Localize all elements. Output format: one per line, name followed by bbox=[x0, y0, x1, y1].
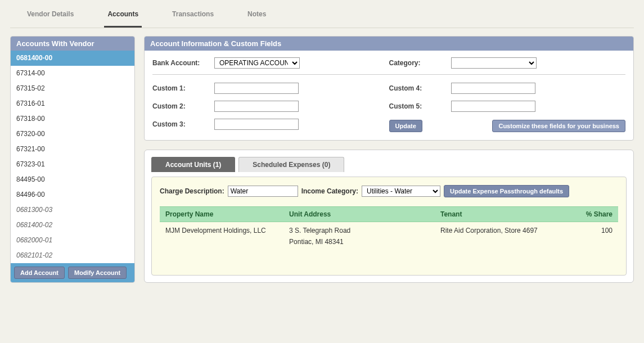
account-item[interactable]: 67323-01 bbox=[11, 157, 134, 172]
income-category-label: Income Category: bbox=[301, 187, 358, 195]
col-share[interactable]: % Share bbox=[563, 207, 618, 222]
add-account-button[interactable]: Add Account bbox=[14, 267, 65, 279]
account-item[interactable]: 67315-02 bbox=[11, 81, 134, 96]
accounts-panel: Accounts With Vendor 0681400-0067314-006… bbox=[10, 36, 135, 283]
account-item[interactable]: 67314-00 bbox=[11, 66, 134, 81]
tab-notes[interactable]: Notes bbox=[244, 10, 269, 28]
custom5-label: Custom 5: bbox=[389, 102, 451, 110]
account-item[interactable]: 0681400-02 bbox=[11, 218, 134, 233]
custom1-label: Custom 1: bbox=[152, 84, 214, 92]
update-passthrough-button[interactable]: Update Expense Passthrough defaults bbox=[444, 185, 569, 197]
custom4-label: Custom 4: bbox=[389, 84, 451, 92]
cell-tenant: Rite Aid Corporation, Store 4697 bbox=[435, 222, 563, 251]
custom3-label: Custom 3: bbox=[152, 120, 214, 128]
units-panel: Account Units (1) Scheduled Expenses (0)… bbox=[144, 150, 634, 283]
account-item[interactable]: 67316-01 bbox=[11, 96, 134, 111]
custom1-input[interactable] bbox=[214, 83, 299, 94]
charge-description-label: Charge Description: bbox=[160, 187, 224, 195]
cell-unit: 3 S. Telegraph RoadPontiac, MI 48341 bbox=[283, 222, 435, 251]
col-tenant[interactable]: Tenant bbox=[435, 207, 563, 222]
customize-fields-button[interactable]: Customize these fields for your business bbox=[492, 120, 625, 132]
account-item[interactable]: 0682101-02 bbox=[11, 248, 134, 263]
account-item[interactable]: 0681400-00 bbox=[11, 51, 134, 66]
account-item[interactable]: 0682000-01 bbox=[11, 233, 134, 248]
col-unit[interactable]: Unit Address bbox=[283, 207, 435, 222]
charge-description-input[interactable] bbox=[228, 186, 298, 197]
unit-table: Property Name Unit Address Tenant % Shar… bbox=[160, 206, 618, 250]
table-row[interactable]: MJM Development Holdings, LLC3 S. Telegr… bbox=[160, 222, 618, 251]
col-property[interactable]: Property Name bbox=[160, 207, 283, 222]
bank-account-select[interactable]: OPERATING ACCOUNT bbox=[214, 57, 300, 69]
update-button[interactable]: Update bbox=[389, 120, 422, 132]
category-label: Category: bbox=[389, 59, 451, 67]
account-item[interactable]: 67320-00 bbox=[11, 127, 134, 142]
custom5-input[interactable] bbox=[451, 101, 535, 112]
account-item[interactable]: 84496-00 bbox=[11, 187, 134, 202]
top-tabs: Vendor Details Accounts Transactions Not… bbox=[10, 0, 634, 28]
cell-property: MJM Development Holdings, LLC bbox=[160, 222, 283, 251]
custom3-input[interactable] bbox=[214, 119, 299, 130]
modify-account-button[interactable]: Modify Account bbox=[68, 267, 127, 279]
accounts-list: 0681400-0067314-0067315-0267316-0167318-… bbox=[11, 51, 134, 263]
tab-account-units[interactable]: Account Units (1) bbox=[151, 157, 235, 172]
custom4-input[interactable] bbox=[451, 83, 535, 94]
account-info-header: Account Information & Custom Fields bbox=[145, 37, 633, 51]
bank-account-label: Bank Account: bbox=[152, 59, 214, 67]
accounts-button-bar: Add Account Modify Account bbox=[11, 263, 134, 282]
tab-accounts[interactable]: Accounts bbox=[104, 10, 142, 28]
income-category-select[interactable]: Utilities - Water bbox=[362, 186, 440, 197]
cell-share: 100 bbox=[563, 222, 618, 251]
accounts-panel-header: Accounts With Vendor bbox=[11, 37, 134, 51]
category-select[interactable] bbox=[451, 57, 537, 69]
custom2-input[interactable] bbox=[214, 101, 299, 112]
account-info-panel: Account Information & Custom Fields Bank… bbox=[144, 36, 634, 141]
account-item[interactable]: 67321-00 bbox=[11, 142, 134, 157]
account-item[interactable]: 67318-00 bbox=[11, 111, 134, 127]
tab-vendor-details[interactable]: Vendor Details bbox=[24, 10, 77, 28]
account-item[interactable]: 0681300-03 bbox=[11, 202, 134, 218]
account-item[interactable]: 84495-00 bbox=[11, 172, 134, 187]
custom2-label: Custom 2: bbox=[152, 102, 214, 110]
tab-scheduled-expenses[interactable]: Scheduled Expenses (0) bbox=[238, 157, 344, 172]
tab-transactions[interactable]: Transactions bbox=[169, 10, 217, 28]
